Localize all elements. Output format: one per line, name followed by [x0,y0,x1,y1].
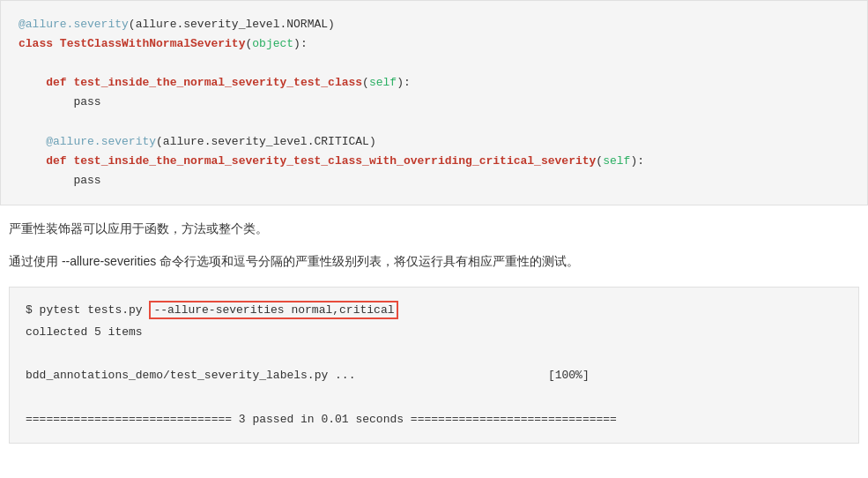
decorator-2: @allure.severity [46,135,156,148]
keyword-def-2: def [46,154,66,168]
cmd-prefix: $ pytest tests.py [26,303,149,317]
code-line-5: pass [19,93,849,112]
param-self-1: self [369,76,397,89]
python-code-block: @allure.severity(allure.severity_level.N… [0,0,868,205]
func-name-1: test_inside_the_normal_severity_test_cla… [73,76,362,89]
class-name: TestClassWithNormalSeverity [60,37,246,50]
terminal-command-line: $ pytest tests.py --allure-severities no… [26,300,842,322]
code-line-1: @allure.severity(allure.severity_level.N… [19,15,849,34]
func-name-2: test_inside_the_normal_severity_test_cla… [73,154,596,168]
code-line-7: @allure.severity(allure.severity_level.C… [19,132,849,152]
keyword-class: class [19,37,53,50]
base-class: object [252,37,293,50]
decorator-1: @allure.severity [19,18,129,31]
para2-text: 通过使用 --allure-severities 命令行选项和逗号分隔的严重性级… [9,254,579,268]
code-line-4: def test_inside_the_normal_severity_test… [19,73,849,93]
terminal-output-blank1 [26,344,842,366]
code-line-3 [19,54,849,73]
keyword-def-1: def [46,76,66,89]
code-line-6 [19,112,849,131]
terminal-block: $ pytest tests.py --allure-severities no… [9,287,859,444]
terminal-output-collected: collected 5 items [26,322,842,344]
code-line-8: def test_inside_the_normal_severity_test… [19,152,849,171]
paragraph-2: 通过使用 --allure-severities 命令行选项和逗号分隔的严重性级… [0,247,868,280]
code-line-2: class TestClassWithNormalSeverity(object… [19,34,849,54]
terminal-output-result: ============================== 3 passed … [26,409,842,431]
code-line-9: pass [19,171,849,190]
terminal-output-blank2 [26,387,842,409]
param-self-2: self [603,154,630,168]
terminal-output-file: bdd_annotations_demo/test_severity_label… [26,365,842,387]
cmd-highlight: --allure-severities normal,critical [149,301,398,319]
paragraph-1: 严重性装饰器可以应用于函数，方法或整个类。 [0,205,868,247]
para1-text: 严重性装饰器可以应用于函数，方法或整个类。 [9,221,268,235]
